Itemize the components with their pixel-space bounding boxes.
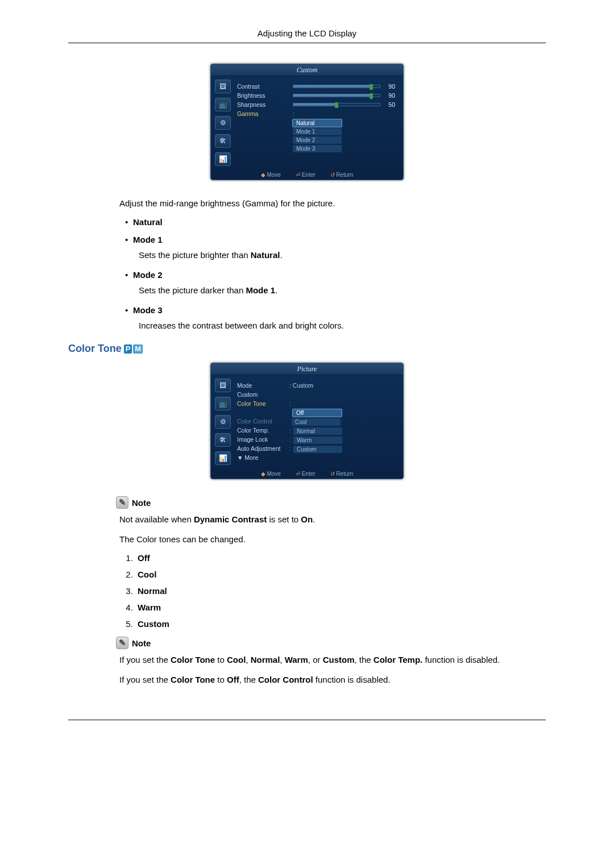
osd-title: Custom	[211, 64, 403, 76]
osd-row-mode: Mode : Custom	[237, 381, 395, 390]
osd-row-colortone: Color Tone:	[237, 399, 395, 408]
osd-row-autoadjust: Auto Adjustment: Custom	[237, 444, 395, 453]
list-item: Warm	[135, 603, 546, 612]
gamma-list: •Natural •Mode 1 Sets the picture bright…	[125, 217, 546, 330]
osd-option-normal: Normal	[293, 427, 342, 435]
osd-option-off: Off	[293, 409, 342, 417]
osd-value: 90	[384, 92, 395, 99]
input-icon: 📺	[215, 98, 231, 111]
osd-figure-custom: Custom 🖼 📺 ⚙ 🛠 📊 Contrast 90 B	[68, 64, 546, 180]
osd-sidebar: 🖼 📺 ⚙ 🛠 📊	[211, 76, 235, 169]
osd-row-brightness: Brightness 90	[237, 91, 395, 100]
gamma-intro: Adjust the mid-range brightness (Gamma) …	[119, 197, 546, 209]
divider	[68, 43, 546, 43]
osd-label: Brightness	[237, 92, 289, 99]
osd-title: Picture	[211, 363, 403, 375]
osd-sidebar: 🖼 📺 ⚙ 🛠 📊	[211, 375, 235, 468]
picture-icon: 🖼	[215, 80, 231, 93]
badge-m: M	[133, 344, 143, 354]
osd-footer: ◆ Move ⏎ Enter ↺ Return	[211, 468, 403, 479]
osd-panel: Picture 🖼 📺 ⚙ 🛠 📊 Mode : Custom	[210, 363, 404, 479]
osd-footer: ◆ Move ⏎ Enter ↺ Return	[211, 169, 403, 180]
osd-row-sharpness: Sharpness 50	[237, 100, 395, 109]
osd-row-imagelock: Image Lock: Warm	[237, 435, 395, 444]
osd-figure-picture: Picture 🖼 📺 ⚙ 🛠 📊 Mode : Custom	[68, 363, 546, 479]
settings-icon: ⚙	[215, 415, 231, 429]
osd-option-cool: Cool	[292, 418, 341, 426]
osd-label: Sharpness	[237, 101, 289, 108]
osd-row-colortemp: Color Temp.: Normal	[237, 426, 395, 435]
list-item: Normal	[135, 586, 546, 596]
osd-row-custom: Custom	[237, 390, 395, 399]
page: Adjusting the LCD Display Custom 🖼 📺 ⚙ 🛠…	[0, 0, 614, 754]
tone-list: Off Cool Normal Warm Custom	[135, 553, 546, 629]
osd-option-custom: Custom	[293, 446, 342, 453]
note-text: If you set the Color Tone to Off, the Co…	[119, 674, 546, 686]
osd-value: 90	[384, 83, 395, 90]
list-item: •Natural	[125, 217, 546, 227]
list-item: Off	[135, 553, 546, 563]
osd-row-colorcontrol: Color Control Cool	[237, 417, 395, 426]
slider	[293, 85, 380, 88]
list-item: •Mode 3 Increases the contrast between d…	[125, 305, 546, 330]
osd-label: Gamma	[237, 110, 289, 117]
osd-panel: Custom 🖼 📺 ⚙ 🛠 📊 Contrast 90 B	[210, 64, 404, 180]
osd-option-mode2: Mode 2	[293, 136, 342, 144]
setup-icon: 🛠	[215, 433, 231, 447]
picture-icon: 🖼	[215, 379, 231, 392]
note-text: If you set the Color Tone to Cool, Norma…	[119, 654, 546, 666]
note-heading: ✎ Note	[116, 637, 546, 649]
list-item: •Mode 1 Sets the picture brighter than N…	[125, 235, 546, 260]
badge-p: P	[124, 344, 132, 354]
note-heading: ✎ Note	[116, 496, 546, 509]
settings-icon: ⚙	[215, 116, 231, 130]
osd-row-contrast: Contrast 90	[237, 82, 395, 91]
note-icon: ✎	[116, 496, 128, 509]
osd-label: Contrast	[237, 83, 289, 90]
osd-option-mode1: Mode 1	[293, 128, 342, 135]
note-icon: ✎	[116, 637, 128, 649]
osd-option-mode3: Mode 3	[293, 145, 342, 152]
divider	[68, 720, 546, 720]
osd-option-warm: Warm	[293, 437, 342, 444]
input-icon: 📺	[215, 397, 231, 410]
tone-para: The Color tones can be changed.	[119, 533, 546, 545]
multi-icon: 📊	[215, 451, 231, 465]
list-item: Custom	[135, 619, 546, 629]
note-text: Not available when Dynamic Contrast is s…	[119, 513, 546, 525]
slider	[293, 103, 380, 106]
osd-row-gamma: Gamma :	[237, 109, 395, 118]
osd-row-more: ▼ More	[237, 453, 395, 462]
slider	[293, 94, 380, 97]
osd-option-natural: Natural	[293, 119, 342, 127]
setup-icon: 🛠	[215, 134, 231, 148]
list-item: •Mode 2 Sets the picture darker than Mod…	[125, 270, 546, 295]
osd-value: 50	[384, 101, 395, 108]
list-item: Cool	[135, 570, 546, 579]
page-title: Adjusting the LCD Display	[68, 28, 546, 43]
multi-icon: 📊	[215, 152, 231, 166]
section-heading-color-tone: Color Tone PM	[68, 343, 546, 355]
